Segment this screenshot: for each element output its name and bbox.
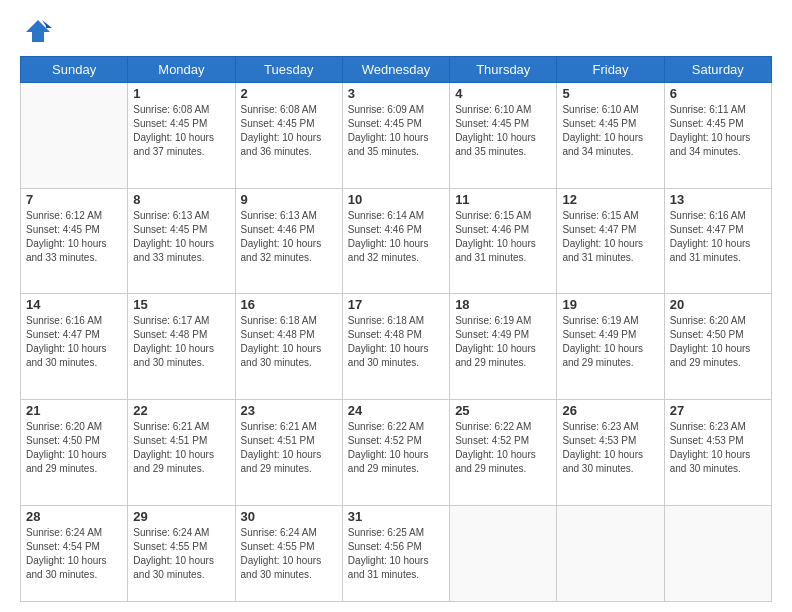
day-info: Sunrise: 6:22 AMSunset: 4:52 PMDaylight:… [348,420,444,476]
day-info: Sunrise: 6:22 AMSunset: 4:52 PMDaylight:… [455,420,551,476]
calendar-cell: 23Sunrise: 6:21 AMSunset: 4:51 PMDayligh… [235,400,342,506]
day-info: Sunrise: 6:08 AMSunset: 4:45 PMDaylight:… [133,103,229,159]
calendar-cell: 1Sunrise: 6:08 AMSunset: 4:45 PMDaylight… [128,83,235,189]
calendar-cell: 3Sunrise: 6:09 AMSunset: 4:45 PMDaylight… [342,83,449,189]
calendar-cell: 6Sunrise: 6:11 AMSunset: 4:45 PMDaylight… [664,83,771,189]
day-number: 9 [241,192,337,207]
calendar-cell: 25Sunrise: 6:22 AMSunset: 4:52 PMDayligh… [450,400,557,506]
day-info: Sunrise: 6:17 AMSunset: 4:48 PMDaylight:… [133,314,229,370]
day-number: 18 [455,297,551,312]
day-info: Sunrise: 6:21 AMSunset: 4:51 PMDaylight:… [241,420,337,476]
calendar-cell: 5Sunrise: 6:10 AMSunset: 4:45 PMDaylight… [557,83,664,189]
calendar-cell: 13Sunrise: 6:16 AMSunset: 4:47 PMDayligh… [664,188,771,294]
day-number: 31 [348,509,444,524]
day-info: Sunrise: 6:13 AMSunset: 4:46 PMDaylight:… [241,209,337,265]
calendar-cell: 9Sunrise: 6:13 AMSunset: 4:46 PMDaylight… [235,188,342,294]
calendar-cell: 27Sunrise: 6:23 AMSunset: 4:53 PMDayligh… [664,400,771,506]
day-number: 30 [241,509,337,524]
calendar-cell: 12Sunrise: 6:15 AMSunset: 4:47 PMDayligh… [557,188,664,294]
day-info: Sunrise: 6:16 AMSunset: 4:47 PMDaylight:… [26,314,122,370]
day-number: 27 [670,403,766,418]
calendar-cell: 19Sunrise: 6:19 AMSunset: 4:49 PMDayligh… [557,294,664,400]
calendar-cell: 10Sunrise: 6:14 AMSunset: 4:46 PMDayligh… [342,188,449,294]
day-info: Sunrise: 6:19 AMSunset: 4:49 PMDaylight:… [455,314,551,370]
day-info: Sunrise: 6:15 AMSunset: 4:46 PMDaylight:… [455,209,551,265]
day-number: 8 [133,192,229,207]
day-number: 25 [455,403,551,418]
day-number: 14 [26,297,122,312]
calendar-cell: 11Sunrise: 6:15 AMSunset: 4:46 PMDayligh… [450,188,557,294]
day-number: 28 [26,509,122,524]
calendar-cell: 22Sunrise: 6:21 AMSunset: 4:51 PMDayligh… [128,400,235,506]
calendar-cell: 4Sunrise: 6:10 AMSunset: 4:45 PMDaylight… [450,83,557,189]
day-number: 6 [670,86,766,101]
day-number: 17 [348,297,444,312]
day-info: Sunrise: 6:24 AMSunset: 4:54 PMDaylight:… [26,526,122,582]
calendar-cell: 26Sunrise: 6:23 AMSunset: 4:53 PMDayligh… [557,400,664,506]
day-number: 5 [562,86,658,101]
calendar-cell: 20Sunrise: 6:20 AMSunset: 4:50 PMDayligh… [664,294,771,400]
day-number: 20 [670,297,766,312]
day-number: 23 [241,403,337,418]
header [20,18,772,46]
weekday-header-saturday: Saturday [664,57,771,83]
calendar-cell [664,505,771,601]
day-info: Sunrise: 6:21 AMSunset: 4:51 PMDaylight:… [133,420,229,476]
weekday-header-row: SundayMondayTuesdayWednesdayThursdayFrid… [21,57,772,83]
day-number: 13 [670,192,766,207]
weekday-header-tuesday: Tuesday [235,57,342,83]
day-info: Sunrise: 6:20 AMSunset: 4:50 PMDaylight:… [670,314,766,370]
day-info: Sunrise: 6:19 AMSunset: 4:49 PMDaylight:… [562,314,658,370]
calendar-cell [450,505,557,601]
logo [20,18,52,46]
calendar-cell: 16Sunrise: 6:18 AMSunset: 4:48 PMDayligh… [235,294,342,400]
weekday-header-friday: Friday [557,57,664,83]
day-number: 2 [241,86,337,101]
day-info: Sunrise: 6:20 AMSunset: 4:50 PMDaylight:… [26,420,122,476]
calendar-cell: 14Sunrise: 6:16 AMSunset: 4:47 PMDayligh… [21,294,128,400]
calendar-cell: 24Sunrise: 6:22 AMSunset: 4:52 PMDayligh… [342,400,449,506]
day-number: 26 [562,403,658,418]
calendar-cell: 30Sunrise: 6:24 AMSunset: 4:55 PMDayligh… [235,505,342,601]
logo-icon [24,18,52,46]
day-number: 7 [26,192,122,207]
day-number: 10 [348,192,444,207]
day-info: Sunrise: 6:23 AMSunset: 4:53 PMDaylight:… [670,420,766,476]
day-info: Sunrise: 6:10 AMSunset: 4:45 PMDaylight:… [455,103,551,159]
day-number: 29 [133,509,229,524]
day-info: Sunrise: 6:13 AMSunset: 4:45 PMDaylight:… [133,209,229,265]
calendar-cell: 21Sunrise: 6:20 AMSunset: 4:50 PMDayligh… [21,400,128,506]
page: SundayMondayTuesdayWednesdayThursdayFrid… [0,0,792,612]
calendar-week-row: 1Sunrise: 6:08 AMSunset: 4:45 PMDaylight… [21,83,772,189]
day-info: Sunrise: 6:18 AMSunset: 4:48 PMDaylight:… [241,314,337,370]
calendar-week-row: 21Sunrise: 6:20 AMSunset: 4:50 PMDayligh… [21,400,772,506]
day-number: 3 [348,86,444,101]
calendar-cell: 28Sunrise: 6:24 AMSunset: 4:54 PMDayligh… [21,505,128,601]
day-number: 19 [562,297,658,312]
day-number: 1 [133,86,229,101]
day-info: Sunrise: 6:24 AMSunset: 4:55 PMDaylight:… [241,526,337,582]
day-info: Sunrise: 6:14 AMSunset: 4:46 PMDaylight:… [348,209,444,265]
calendar-cell: 7Sunrise: 6:12 AMSunset: 4:45 PMDaylight… [21,188,128,294]
day-info: Sunrise: 6:08 AMSunset: 4:45 PMDaylight:… [241,103,337,159]
day-info: Sunrise: 6:10 AMSunset: 4:45 PMDaylight:… [562,103,658,159]
calendar-week-row: 28Sunrise: 6:24 AMSunset: 4:54 PMDayligh… [21,505,772,601]
day-info: Sunrise: 6:18 AMSunset: 4:48 PMDaylight:… [348,314,444,370]
calendar-week-row: 7Sunrise: 6:12 AMSunset: 4:45 PMDaylight… [21,188,772,294]
day-info: Sunrise: 6:11 AMSunset: 4:45 PMDaylight:… [670,103,766,159]
calendar-cell: 2Sunrise: 6:08 AMSunset: 4:45 PMDaylight… [235,83,342,189]
day-number: 4 [455,86,551,101]
day-number: 21 [26,403,122,418]
day-info: Sunrise: 6:12 AMSunset: 4:45 PMDaylight:… [26,209,122,265]
day-number: 12 [562,192,658,207]
weekday-header-thursday: Thursday [450,57,557,83]
day-info: Sunrise: 6:09 AMSunset: 4:45 PMDaylight:… [348,103,444,159]
calendar-week-row: 14Sunrise: 6:16 AMSunset: 4:47 PMDayligh… [21,294,772,400]
calendar-cell: 15Sunrise: 6:17 AMSunset: 4:48 PMDayligh… [128,294,235,400]
calendar-cell [557,505,664,601]
calendar-cell [21,83,128,189]
day-number: 15 [133,297,229,312]
calendar-cell: 18Sunrise: 6:19 AMSunset: 4:49 PMDayligh… [450,294,557,400]
day-info: Sunrise: 6:15 AMSunset: 4:47 PMDaylight:… [562,209,658,265]
day-number: 16 [241,297,337,312]
